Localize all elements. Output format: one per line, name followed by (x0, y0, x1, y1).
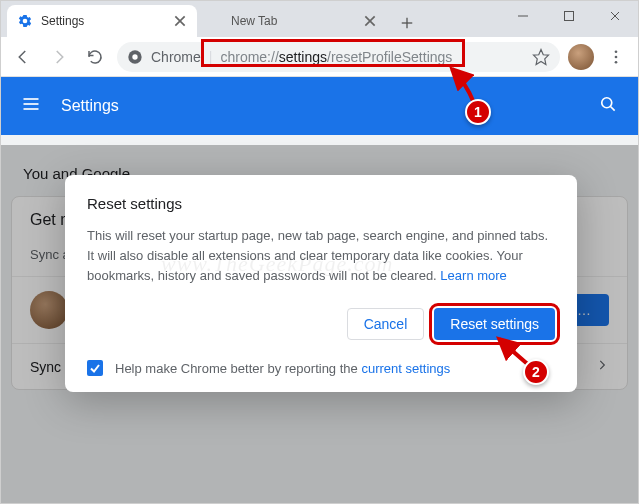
current-settings-link[interactable]: current settings (361, 361, 450, 376)
learn-more-link[interactable]: Learn more (440, 268, 506, 283)
svg-rect-1 (565, 12, 574, 21)
browser-toolbar: Chrome | chrome://settings/resetProfileS… (1, 37, 638, 77)
report-checkbox-row[interactable]: Help make Chrome better by reporting the… (87, 360, 555, 376)
blank-favicon (207, 13, 223, 29)
back-button[interactable] (9, 43, 37, 71)
checkbox-checked-icon[interactable] (87, 360, 103, 376)
svg-line-20 (611, 107, 615, 111)
svg-point-19 (602, 98, 612, 108)
svg-point-13 (615, 50, 618, 53)
dialog-body: This will reset your startup page, new t… (87, 226, 555, 286)
hamburger-icon[interactable] (21, 94, 41, 118)
security-chip: Chrome (151, 49, 201, 65)
tab-title: Settings (41, 14, 165, 28)
window-close-button[interactable] (592, 1, 638, 31)
window-minimize-button[interactable] (500, 1, 546, 31)
tab-title: New Tab (231, 14, 355, 28)
window-maximize-button[interactable] (546, 1, 592, 31)
annotation-badge-2: 2 (523, 359, 549, 385)
svg-marker-12 (534, 49, 549, 64)
gear-icon (17, 13, 33, 29)
annotation-badge-1: 1 (465, 99, 491, 125)
svg-point-14 (615, 55, 618, 58)
settings-header: Settings (1, 77, 638, 135)
tab-close-icon[interactable] (173, 14, 187, 28)
window-controls (500, 1, 638, 31)
forward-button[interactable] (45, 43, 73, 71)
new-tab-button[interactable] (393, 9, 421, 37)
cancel-button[interactable]: Cancel (347, 308, 425, 340)
chrome-icon (127, 49, 143, 65)
svg-point-15 (615, 60, 618, 63)
checkbox-label: Help make Chrome better by reporting the… (115, 361, 450, 376)
reload-button[interactable] (81, 43, 109, 71)
search-icon[interactable] (598, 94, 618, 118)
page-title: Settings (61, 97, 578, 115)
chrome-menu-button[interactable] (602, 43, 630, 71)
profile-avatar[interactable] (568, 44, 594, 70)
address-bar[interactable]: Chrome | chrome://settings/resetProfileS… (117, 42, 560, 72)
browser-tab-newtab[interactable]: New Tab (197, 5, 387, 37)
svg-point-11 (132, 54, 137, 59)
browser-tab-settings[interactable]: Settings (7, 5, 197, 37)
dialog-title: Reset settings (87, 195, 555, 212)
bookmark-star-icon[interactable] (532, 48, 550, 66)
tab-close-icon[interactable] (363, 14, 377, 28)
